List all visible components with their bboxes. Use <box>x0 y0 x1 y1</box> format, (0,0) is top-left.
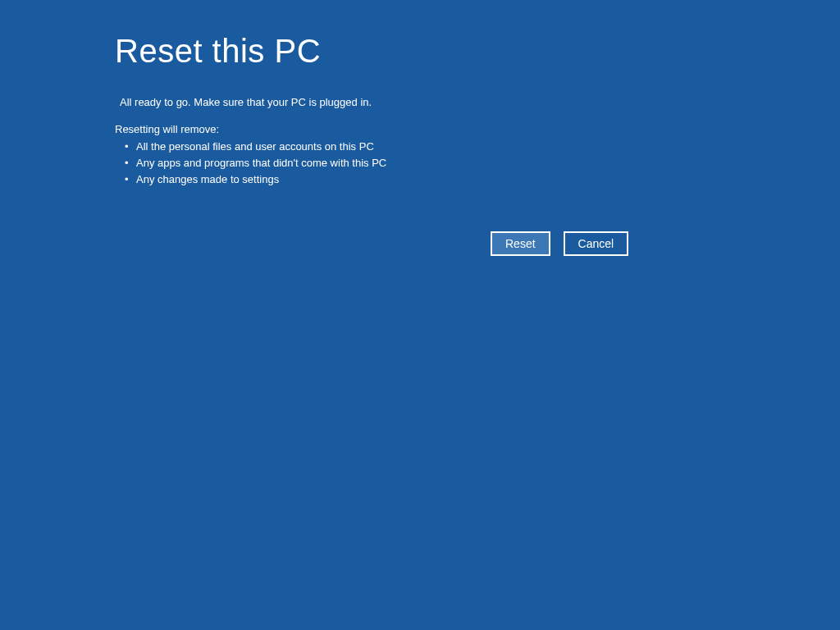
list-item: Any changes made to settings <box>125 173 840 185</box>
status-text: All ready to go. Make sure that your PC … <box>115 96 840 108</box>
list-heading: Resetting will remove: <box>115 123 840 135</box>
cancel-button[interactable]: Cancel <box>564 231 629 256</box>
page-title: Reset this PC <box>115 33 840 70</box>
main-content: Reset this PC All ready to go. Make sure… <box>0 0 840 185</box>
removal-list: All the personal files and user accounts… <box>115 140 840 185</box>
reset-button[interactable]: Reset <box>491 231 550 256</box>
button-row: Reset Cancel <box>491 231 628 256</box>
list-item: Any apps and programs that didn't come w… <box>125 157 840 169</box>
list-item: All the personal files and user accounts… <box>125 140 840 153</box>
